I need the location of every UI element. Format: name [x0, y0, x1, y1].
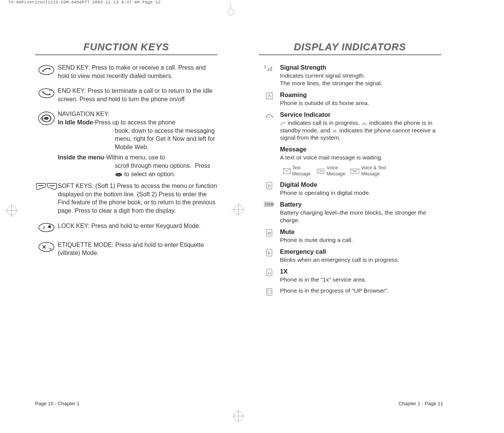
service-icon: [259, 111, 280, 121]
svg-point-34: [366, 124, 367, 125]
voice-text-message-label: Voice & Text Message: [361, 165, 386, 177]
svg-rect-49: [269, 203, 270, 206]
nav-key-text: NAVIGATION KEY: In Idle Mode-Press up to…: [58, 110, 218, 178]
svg-rect-19: [48, 226, 51, 228]
roaming-title: Roaming: [280, 91, 441, 99]
nav-menu-cont: scroll through menu options. Press to se…: [58, 162, 218, 178]
digital-desc: Phone is operating in digital mode.: [280, 189, 370, 196]
svg-point-14: [115, 173, 122, 177]
svg-point-29: [272, 116, 273, 118]
nav-idle-lead: In Idle Mode: [58, 119, 93, 126]
digital-entry: D Digital Mode Phone is operating in dig…: [259, 181, 441, 197]
soft-keys-icon: [35, 182, 58, 193]
battery-icon: [259, 201, 280, 209]
onex-title: 1X: [280, 267, 441, 275]
soft-keys-text: SOFT KEYS: (Soft 1) Press to access the …: [58, 182, 218, 215]
svg-point-17: [39, 223, 54, 232]
nav-idle-cont: book, down to access the messaging menu,…: [58, 127, 218, 151]
onex-icon: 1x: [259, 267, 280, 278]
signal-icon: [259, 64, 280, 74]
svg-text:M: M: [267, 231, 271, 236]
digital-icon: D: [259, 181, 280, 191]
service-desc: indicates call is in progress, indicates…: [280, 119, 436, 141]
crop-mark-bottom: [231, 408, 246, 423]
mute-icon: M: [259, 228, 280, 239]
lock-key-entry: # LOCK KEY: Press and hold to enter Keyg…: [35, 222, 218, 234]
crop-mark-left: [4, 202, 19, 218]
crop-mark-top: [223, 2, 238, 15]
svg-rect-47: [265, 203, 267, 206]
signal-entry: Signal Strength Indicates current signal…: [259, 64, 441, 87]
onex-desc: Phone is in the "1x" service area.: [280, 276, 366, 283]
footer-right: Chapter 1 - Page 11: [399, 401, 443, 406]
svg-point-2: [49, 68, 51, 70]
file-meta-line: TX-60P(verizon)1213-CDM-8450PTT 2003.12.…: [8, 0, 161, 5]
svg-point-5: [49, 94, 51, 95]
battery-desc: Battery charging level–the more blocks, …: [280, 209, 426, 223]
send-key-icon: [35, 64, 58, 77]
svg-text:#: #: [43, 225, 45, 231]
lock-key-icon: #: [35, 222, 58, 234]
etiquette-icon: ◌ ⚙: [35, 241, 58, 254]
svg-point-0: [39, 65, 54, 75]
roaming-entry: Roaming Phone is outside of its home are…: [259, 91, 441, 107]
crop-mark-center: [231, 202, 246, 217]
svg-text:⚙: ⚙: [49, 247, 52, 251]
nav-menu-lead: Inside the menu: [58, 154, 104, 161]
nav-idle-text-start: -Press up to access the phone: [93, 119, 175, 126]
roaming-desc: Phone is outside of its home area.: [280, 100, 369, 106]
end-key-text: END KEY: Press to terminate a call or to…: [58, 87, 218, 103]
onex-entry: 1x 1X Phone is in the "1x" service area.: [259, 267, 441, 283]
service-title: Service Indicator: [280, 111, 441, 119]
svg-point-30: [269, 116, 270, 118]
svg-point-20: [39, 242, 54, 252]
mute-entry: M Mute Phone is mute during a call.: [259, 228, 441, 244]
svg-point-39: [321, 170, 323, 172]
battery-title: Battery: [280, 201, 441, 209]
emergency-icon: E: [259, 248, 280, 258]
soft-keys-entry: SOFT KEYS: (Soft 1) Press to access the …: [35, 182, 218, 215]
svg-point-1: [42, 70, 44, 72]
footer-left: Page 10 - Chapter 1: [35, 401, 79, 406]
browser-icon: [259, 287, 280, 298]
svg-text:1x: 1x: [267, 271, 271, 275]
svg-rect-50: [271, 203, 272, 206]
svg-text:D: D: [268, 184, 271, 188]
svg-rect-26: [271, 66, 272, 71]
send-key-entry: SEND KEY: Press to make or receive a cal…: [35, 64, 218, 80]
nav-menu-text-start: -Within a menu, use to: [104, 154, 165, 161]
roaming-icon: [259, 91, 280, 102]
svg-text:E: E: [268, 251, 270, 255]
emergency-desc: Blinks when an emergency call is in prog…: [280, 256, 399, 263]
svg-point-33: [362, 124, 363, 125]
svg-rect-46: [273, 203, 274, 205]
browser-desc: Phone is in the progress of "UP Browser"…: [280, 287, 389, 294]
svg-point-28: [266, 116, 267, 118]
digital-title: Digital Mode: [280, 181, 441, 189]
right-page: DISPLAY INDICATORS Signal Strength Indic…: [259, 37, 441, 301]
svg-text:□: □: [46, 112, 47, 114]
svg-text:WEB: WEB: [40, 118, 45, 120]
svg-text:♪: ♪: [51, 118, 52, 120]
left-page: FUNCTION KEYS SEND KEY: Press to make or…: [35, 37, 218, 264]
message-blank-icon: [259, 145, 280, 146]
voice-text-message-icon: [350, 168, 359, 175]
mute-desc: Phone is mute during a call.: [280, 237, 353, 243]
nav-key-label: NAVIGATION KEY:: [58, 111, 110, 117]
etiquette-text: ETIQUETTE MODE: Press and hold to enter …: [58, 241, 218, 257]
end-key-entry: END KEY: Press to terminate a call or to…: [35, 87, 218, 103]
svg-rect-48: [267, 203, 269, 206]
etiquette-entry: ◌ ⚙ ETIQUETTE MODE: Press and hold to en…: [35, 241, 218, 257]
voice-message-label: Voice Message: [327, 165, 345, 177]
svg-point-4: [42, 91, 44, 93]
message-entry: Message A text or voice mail message is …: [259, 145, 441, 177]
svg-point-9: [44, 117, 49, 120]
send-key-text: SEND KEY: Press to make or receive a cal…: [58, 64, 218, 80]
message-title: Message: [280, 145, 441, 153]
svg-rect-57: [267, 288, 272, 295]
mute-title: Mute: [280, 228, 441, 236]
battery-entry: Battery Battery charging level–the more …: [259, 201, 441, 224]
end-key-icon: [35, 87, 58, 100]
svg-rect-24: [268, 68, 269, 71]
svg-point-3: [39, 89, 54, 98]
